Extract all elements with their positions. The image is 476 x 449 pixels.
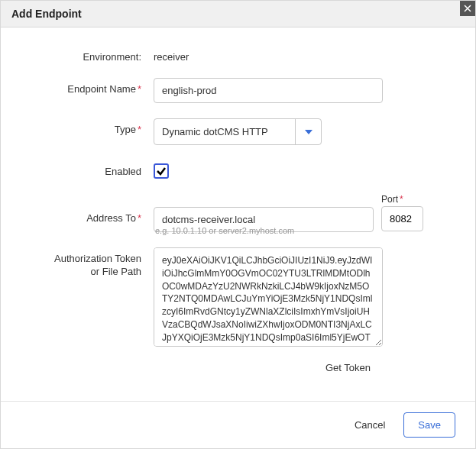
required-marker: * <box>138 124 141 135</box>
auth-token-label-1: Authorization Token <box>54 253 141 264</box>
chevron-down-icon <box>305 130 312 134</box>
port-input[interactable] <box>381 206 423 231</box>
auth-token-label-2: or File Path <box>91 266 141 277</box>
cancel-button[interactable]: Cancel <box>350 413 390 437</box>
environment-label: Environment: <box>24 46 154 63</box>
auth-token-row: Authorization Token or File Path <box>24 247 452 347</box>
close-icon <box>464 5 471 12</box>
get-token-row: Get Token <box>24 362 452 373</box>
port-group: Port* <box>381 194 423 231</box>
enabled-label: Enabled <box>24 160 154 177</box>
add-endpoint-dialog: Add Endpoint Environment: receiver Endpo… <box>0 0 476 449</box>
environment-value: receiver <box>154 46 189 63</box>
dialog-content: Environment: receiver Endpoint Name* Typ… <box>1 27 475 401</box>
endpoint-name-label: Endpoint Name <box>67 83 136 95</box>
close-button[interactable] <box>460 1 475 16</box>
auth-token-textarea[interactable] <box>154 247 383 347</box>
check-icon <box>156 166 167 176</box>
address-to-label: Address To <box>86 212 136 224</box>
type-label: Type <box>115 124 136 135</box>
endpoint-name-input[interactable] <box>154 78 383 103</box>
environment-row: Environment: receiver <box>24 46 452 63</box>
dialog-titlebar: Add Endpoint <box>1 1 475 27</box>
save-button[interactable]: Save <box>403 412 455 438</box>
get-token-link[interactable]: Get Token <box>325 362 371 373</box>
required-marker: * <box>400 194 403 205</box>
dialog-footer: Cancel Save <box>1 401 475 448</box>
type-row: Type* Dynamic dotCMS HTTP <box>24 118 452 145</box>
enabled-row: Enabled <box>24 160 452 179</box>
required-marker: * <box>138 212 141 224</box>
endpoint-name-row: Endpoint Name* <box>24 78 452 103</box>
port-label: Port <box>381 194 398 205</box>
type-select-value: Dynamic dotCMS HTTP <box>154 119 295 144</box>
enabled-checkbox[interactable] <box>154 163 169 179</box>
address-hint: e.g. 10.0.1.10 or server2.myhost.com <box>154 226 294 235</box>
type-select-arrow <box>295 119 321 144</box>
dialog-title: Add Endpoint <box>11 8 82 20</box>
type-select[interactable]: Dynamic dotCMS HTTP <box>154 118 322 145</box>
required-marker: * <box>138 83 141 95</box>
